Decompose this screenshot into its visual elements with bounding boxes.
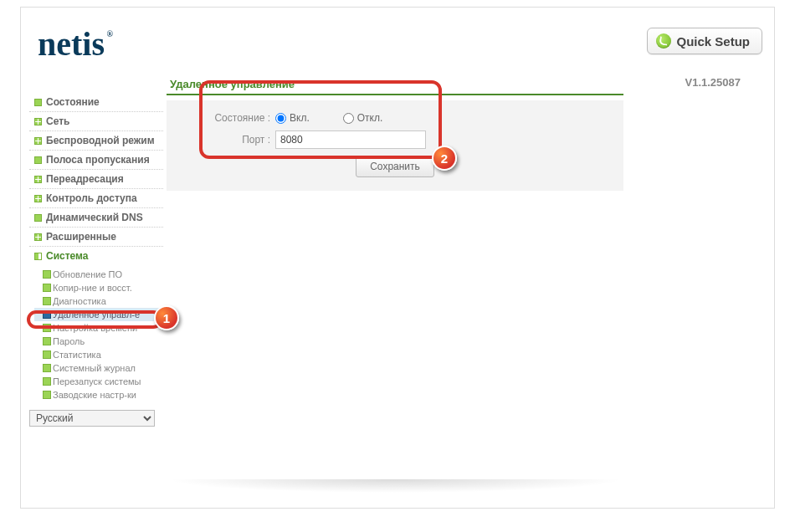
sidebar-item-forwarding[interactable]: Переадресация: [29, 170, 163, 189]
square-icon: [34, 118, 42, 125]
sidebar-sub-syslog[interactable]: Системный журнал: [34, 361, 160, 375]
square-icon: [34, 195, 42, 202]
square-icon: [34, 99, 42, 106]
shadow-decoration: [167, 479, 623, 493]
port-label: Порт :: [175, 134, 275, 146]
refresh-icon: [656, 33, 671, 49]
quick-setup-label: Quick Setup: [676, 34, 750, 49]
square-icon: [34, 214, 42, 222]
radio-off-input[interactable]: [343, 113, 354, 124]
quick-setup-button[interactable]: Quick Setup: [647, 28, 762, 54]
main-panel: Удаленное управление Состояние : Вкл. От…: [163, 73, 774, 508]
sidebar-item-status[interactable]: Состояние: [29, 93, 163, 112]
state-radio-off[interactable]: Откл.: [343, 112, 383, 124]
sidebar-sub-remote[interactable]: Удаленное управл-е: [34, 308, 160, 321]
port-input[interactable]: [275, 130, 426, 149]
save-button[interactable]: Сохранить: [356, 156, 434, 177]
sidebar-item-wireless[interactable]: Беспроводной режим: [29, 131, 163, 151]
square-icon: [34, 233, 42, 241]
sidebar-sub-backup[interactable]: Копир-ние и восст.: [34, 281, 160, 294]
sidebar-item-ddns[interactable]: Динамический DNS: [29, 208, 163, 228]
sidebar-item-network[interactable]: Сеть: [29, 112, 163, 131]
sidebar-sub-stats[interactable]: Статистика: [34, 348, 160, 361]
form-area: Состояние : Вкл. Откл. Порт : Сохранить: [167, 100, 623, 191]
sidebar-sub-time[interactable]: Настройка времени: [34, 321, 160, 335]
state-radio-on[interactable]: Вкл.: [275, 112, 310, 124]
sidebar-sub-factory[interactable]: Заводские настр-ки: [34, 388, 160, 402]
logo: netis: [38, 24, 105, 64]
square-icon: [34, 137, 42, 145]
sidebar-item-system[interactable]: Система Обновление ПО Копир-ние и восст.…: [29, 247, 163, 405]
sidebar-sub-password[interactable]: Пароль: [34, 335, 160, 348]
square-icon: [34, 253, 42, 260]
sidebar: Состояние Сеть Беспроводной режим Полоса…: [21, 73, 163, 508]
panel-title: Удаленное управление: [167, 76, 623, 95]
header: netis Quick Setup: [21, 8, 774, 66]
radio-on-input[interactable]: [275, 113, 286, 124]
sidebar-sub-reboot[interactable]: Перезапуск системы: [34, 375, 160, 388]
sidebar-sub-diagnostics[interactable]: Диагностика: [34, 294, 160, 308]
square-icon: [34, 176, 42, 183]
sidebar-item-access[interactable]: Контроль доступа: [29, 189, 163, 208]
sidebar-sub-firmware[interactable]: Обновление ПО: [34, 268, 160, 281]
state-label: Состояние :: [175, 112, 275, 124]
language-select[interactable]: Русский: [29, 410, 155, 427]
sidebar-item-advanced[interactable]: Расширенные: [29, 228, 163, 247]
square-icon: [34, 156, 42, 164]
sidebar-item-bandwidth[interactable]: Полоса пропускания: [29, 151, 163, 170]
